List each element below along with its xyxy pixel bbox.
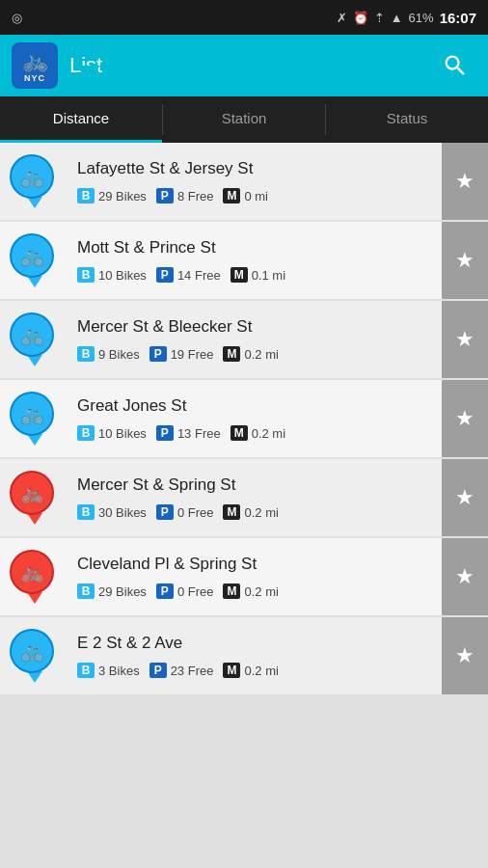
bikes-count: 10 Bikes bbox=[98, 268, 147, 283]
distance-badge: M bbox=[223, 504, 240, 520]
clock: 16:07 bbox=[440, 10, 476, 26]
tab-status[interactable]: Status bbox=[326, 96, 488, 143]
distance-badge: M bbox=[223, 346, 240, 362]
station-item[interactable]: 🚲 Lafayette St & Jersey St B 29 Bikes P … bbox=[0, 143, 488, 220]
distance-badge: M bbox=[223, 583, 240, 599]
bike-icon: 🚲 bbox=[20, 560, 44, 583]
distance-value: 0.2 mi bbox=[244, 347, 278, 362]
bluetooth-icon: ✗ bbox=[335, 11, 347, 25]
bikes-stat: B 10 Bikes bbox=[77, 267, 147, 283]
bikes-count: 29 Bikes bbox=[98, 584, 147, 599]
station-item[interactable]: 🚲 Great Jones St B 10 Bikes P 13 Free M … bbox=[0, 380, 488, 457]
bikes-stat: B 30 Bikes bbox=[77, 504, 147, 520]
distance-stat: M 0 mi bbox=[223, 188, 268, 203]
station-item[interactable]: 🚲 Mercer St & Spring St B 30 Bikes P 0 F… bbox=[0, 459, 488, 536]
distance-stat: M 0.2 mi bbox=[223, 663, 278, 678]
bookmark-button[interactable]: ★ bbox=[442, 538, 488, 615]
bookmark-button[interactable]: ★ bbox=[442, 617, 488, 694]
bikes-count: 10 Bikes bbox=[98, 426, 147, 441]
bikes-count: 9 Bikes bbox=[98, 347, 140, 362]
bookmark-button[interactable]: ★ bbox=[442, 143, 488, 220]
pin: 🚲 bbox=[10, 312, 60, 366]
pin: 🚲 bbox=[10, 154, 60, 208]
tab-station[interactable]: Station bbox=[163, 96, 325, 143]
station-name: Lafayette St & Jersey St bbox=[77, 159, 440, 178]
bikes-count: 29 Bikes bbox=[98, 189, 147, 203]
bikes-badge: B bbox=[77, 425, 95, 441]
station-item[interactable]: 🚲 Mercer St & Bleecker St B 9 Bikes P 19… bbox=[0, 301, 488, 378]
bikes-badge: B bbox=[77, 663, 95, 678]
free-count: 8 Free bbox=[177, 189, 214, 203]
pin: 🚲 bbox=[10, 550, 60, 604]
station-name: Mercer St & Spring St bbox=[77, 475, 440, 495]
bike-icon: 🚲 bbox=[20, 323, 44, 346]
bookmark-button[interactable]: ★ bbox=[442, 459, 488, 536]
parking-badge: P bbox=[149, 663, 167, 678]
bikes-badge: B bbox=[77, 346, 95, 362]
parking-badge: P bbox=[156, 267, 174, 283]
bikes-stat: B 29 Bikes bbox=[77, 188, 147, 203]
distance-badge: M bbox=[230, 425, 248, 441]
station-stats: B 10 Bikes P 13 Free M 0.2 mi bbox=[77, 425, 440, 441]
location-icon: ◎ bbox=[12, 11, 22, 25]
parking-badge: P bbox=[156, 188, 174, 203]
bikes-count: 3 Bikes bbox=[98, 664, 140, 678]
pin-circle: 🚲 bbox=[10, 233, 54, 278]
free-stat: P 0 Free bbox=[156, 504, 214, 520]
free-count: 0 Free bbox=[177, 505, 214, 520]
bikes-stat: B 3 Bikes bbox=[77, 663, 140, 678]
station-item[interactable]: 🚲 Mott St & Prince St B 10 Bikes P 14 Fr… bbox=[0, 222, 488, 299]
station-avatar: 🚲 bbox=[10, 233, 64, 287]
free-stat: P 8 Free bbox=[156, 188, 214, 203]
star-icon: ★ bbox=[455, 485, 474, 510]
parking-badge: P bbox=[156, 425, 174, 441]
parking-badge: P bbox=[156, 504, 174, 520]
station-avatar: 🚲 bbox=[10, 154, 64, 208]
distance-stat: M 0.2 mi bbox=[223, 583, 278, 599]
distance-value: 0.2 mi bbox=[244, 664, 278, 678]
bikes-count: 30 Bikes bbox=[98, 505, 147, 520]
app-bar: 🚲 NYC List bbox=[0, 35, 488, 96]
station-item[interactable]: 🚲 Cleveland Pl & Spring St B 29 Bikes P … bbox=[0, 538, 488, 615]
free-count: 13 Free bbox=[177, 426, 221, 441]
station-list: 🚲 Lafayette St & Jersey St B 29 Bikes P … bbox=[0, 143, 488, 868]
station-info: Mercer St & Bleecker St B 9 Bikes P 19 F… bbox=[77, 317, 488, 362]
station-info: Mercer St & Spring St B 30 Bikes P 0 Fre… bbox=[77, 475, 488, 520]
distance-value: 0 mi bbox=[244, 189, 268, 203]
bikes-stat: B 9 Bikes bbox=[77, 346, 140, 362]
station-name: Great Jones St bbox=[77, 396, 440, 416]
station-info: Great Jones St B 10 Bikes P 13 Free M 0.… bbox=[77, 396, 488, 441]
bookmark-button[interactable]: ★ bbox=[442, 222, 488, 299]
bookmark-button[interactable]: ★ bbox=[442, 380, 488, 457]
star-icon: ★ bbox=[455, 406, 474, 431]
free-count: 14 Free bbox=[177, 268, 221, 283]
free-stat: P 0 Free bbox=[156, 583, 214, 599]
pin-circle: 🚲 bbox=[10, 629, 54, 673]
search-button[interactable] bbox=[434, 44, 476, 87]
bookmark-button[interactable]: ★ bbox=[442, 301, 488, 378]
free-count: 23 Free bbox=[171, 664, 214, 678]
pin-circle: 🚲 bbox=[10, 154, 54, 199]
bike-icon: 🚲 bbox=[20, 165, 44, 188]
logo-bike-icon: 🚲 bbox=[22, 48, 48, 73]
pin-circle: 🚲 bbox=[10, 471, 54, 515]
distance-value: 0.2 mi bbox=[244, 584, 278, 599]
distance-stat: M 0.1 mi bbox=[230, 267, 285, 283]
free-stat: P 19 Free bbox=[149, 346, 214, 362]
parking-badge: P bbox=[149, 346, 167, 362]
station-stats: B 9 Bikes P 19 Free M 0.2 mi bbox=[77, 346, 440, 362]
free-stat: P 23 Free bbox=[149, 663, 214, 678]
station-name: Cleveland Pl & Spring St bbox=[77, 555, 440, 574]
logo-text: NYC bbox=[24, 73, 45, 83]
bikes-stat: B 29 Bikes bbox=[77, 583, 147, 599]
bikes-badge: B bbox=[77, 504, 95, 520]
battery-text: 61% bbox=[409, 11, 434, 25]
bikes-stat: B 10 Bikes bbox=[77, 425, 147, 441]
distance-stat: M 0.2 mi bbox=[223, 504, 278, 520]
station-item[interactable]: 🚲 E 2 St & 2 Ave B 3 Bikes P 23 Free M 0… bbox=[0, 617, 488, 694]
station-info: Mott St & Prince St B 10 Bikes P 14 Free… bbox=[77, 238, 488, 283]
station-info: Lafayette St & Jersey St B 29 Bikes P 8 … bbox=[77, 159, 488, 203]
tab-distance[interactable]: Distance bbox=[0, 96, 162, 143]
pin: 🚲 bbox=[10, 233, 60, 287]
distance-value: 0.2 mi bbox=[244, 505, 278, 520]
